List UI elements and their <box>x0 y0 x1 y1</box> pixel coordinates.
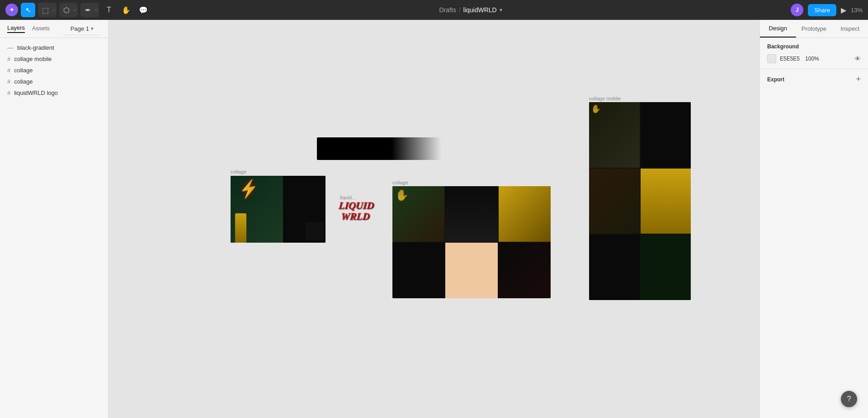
tab-assets[interactable]: Assets <box>32 25 50 33</box>
yellow-figure <box>235 213 246 243</box>
pen-tool-button[interactable]: ✒ <box>80 3 95 17</box>
red-hand-mobile: ✋ <box>591 104 601 114</box>
tab-design[interactable]: Design <box>760 20 796 38</box>
toolbar-left: ✦ ↖ ⬚ ▾ ⬡ ▾ ✒ ▾ T ✋ 💬 <box>5 3 151 17</box>
layer-item-liquidwrld-logo[interactable]: # liquidWRLD logo <box>0 87 108 99</box>
export-section: Export + <box>760 69 868 89</box>
bg-color-swatch[interactable] <box>767 54 776 63</box>
layer-item-collage-1[interactable]: # collage <box>0 65 108 76</box>
collage-grid: ✋ <box>392 186 551 298</box>
tab-prototype[interactable]: Prototype <box>796 20 832 38</box>
frame-tool-group: ⬚ ▾ <box>38 3 57 17</box>
label-collage-small: collage <box>231 169 246 174</box>
toolbar: ✦ ↖ ⬚ ▾ ⬡ ▾ ✒ ▾ T ✋ 💬 Drafts / liquidWRL… <box>0 0 868 20</box>
layer-icon-line: — <box>7 44 14 51</box>
avatar: J <box>791 4 803 16</box>
red-lightning-icon: ⚡ <box>237 178 261 200</box>
collage-cell-5 <box>445 243 497 298</box>
logo-display-text: LIQUIDWRLD <box>337 200 374 222</box>
app-logo-text: ✦ <box>9 7 14 13</box>
layer-item-collage-mobile[interactable]: # collage mobile <box>0 53 108 65</box>
right-panel-tabs: Design Prototype Inspect <box>760 20 868 38</box>
layer-name-collage-1: collage <box>14 67 101 74</box>
mobile-cell-3 <box>589 169 640 234</box>
toolbar-center: Drafts / liquidWRLD ▾ <box>154 6 787 14</box>
mobile-cell-4 <box>641 169 691 234</box>
pen-tool-group: ✒ ▾ <box>80 3 99 17</box>
page-chevron-icon: ▾ <box>91 26 94 32</box>
right-panel: Design Prototype Inspect Background E5E5… <box>760 20 868 418</box>
mobile-cell-2 <box>641 102 691 168</box>
avatar-initials: J <box>796 7 799 13</box>
bg-opacity-value[interactable]: 100% <box>805 56 819 62</box>
frame-tool-button[interactable]: ⬚ <box>38 3 52 17</box>
zoom-level[interactable]: 13% <box>851 7 863 14</box>
bg-hex-value[interactable]: E5E5E5 <box>780 56 800 62</box>
mobile-grid: ✋ <box>589 102 691 300</box>
export-section-title: Export <box>767 76 784 83</box>
tab-inspect[interactable]: Inspect <box>832 20 868 38</box>
share-button[interactable]: Share <box>808 4 836 16</box>
app-logo[interactable]: ✦ <box>5 4 18 16</box>
move-tool-button[interactable]: ↖ <box>21 3 35 17</box>
layer-name-liquidwrld-logo: liquidWRLD logo <box>14 89 101 96</box>
background-section: Background E5E5E5 100% 👁 <box>760 38 868 69</box>
background-row: E5E5E5 100% 👁 <box>767 54 861 63</box>
layer-list: — black-gradient # collage mobile # coll… <box>0 38 108 418</box>
help-button[interactable]: ? <box>841 391 857 407</box>
collage-cell-3 <box>499 186 551 242</box>
layer-item-black-gradient[interactable]: — black-gradient <box>0 42 108 53</box>
collage-cell-2 <box>445 186 497 242</box>
element-black-gradient[interactable] <box>317 137 441 160</box>
layer-icon-hash-3: # <box>7 78 10 85</box>
collage-cell-6 <box>499 243 551 298</box>
text-tool-button[interactable]: T <box>102 3 116 17</box>
collage-cell-4 <box>392 243 444 298</box>
layer-name-collage-2: collage <box>14 78 101 85</box>
panel-tabs: Layers Assets Page 1 ▾ <box>0 20 108 38</box>
breadcrumb-chevron-icon[interactable]: ▾ <box>500 7 502 13</box>
layer-item-collage-2[interactable]: # collage <box>0 76 108 87</box>
layer-icon-hash-4: # <box>7 89 10 96</box>
element-liquidwrld-logo[interactable]: LIQUIDWRLD <box>340 193 372 229</box>
left-panel: Layers Assets Page 1 ▾ — black-gradient … <box>0 20 108 418</box>
comment-tool-button[interactable]: 💬 <box>136 3 151 17</box>
canvas-area[interactable]: collage ⚡ liquid... LIQUIDWRLD <box>108 20 760 418</box>
mobile-cell-6 <box>641 235 691 300</box>
pen-chevron-icon: ▾ <box>95 8 99 13</box>
tab-layers[interactable]: Layers <box>7 24 25 33</box>
shape-tool-group: ⬡ ▾ <box>59 3 78 17</box>
layer-icon-hash-1: # <box>7 56 10 62</box>
layer-name-collage-mobile: collage mobile <box>14 56 101 62</box>
shape-chevron-icon: ▾ <box>74 8 78 13</box>
export-add-button[interactable]: + <box>856 75 861 84</box>
collage-cell-1: ✋ <box>392 186 444 242</box>
dark-box <box>305 222 323 240</box>
mobile-cell-1: ✋ <box>589 102 640 168</box>
visibility-toggle-icon[interactable]: 👁 <box>854 55 861 62</box>
layer-name-black-gradient: black-gradient <box>17 44 101 51</box>
page-selector-label: Page 1 <box>71 25 89 32</box>
label-collage-medium: collage <box>392 180 408 185</box>
main-area: Layers Assets Page 1 ▾ — black-gradient … <box>0 20 868 418</box>
play-button[interactable]: ▶ <box>841 6 846 14</box>
toolbar-right: J Share ▶ 13% <box>791 4 863 16</box>
breadcrumb-drafts[interactable]: Drafts <box>439 6 456 14</box>
frame-chevron-icon: ▾ <box>52 8 57 13</box>
element-collage-small[interactable]: ⚡ <box>231 176 326 243</box>
element-collage-mobile[interactable]: ✋ <box>589 102 691 300</box>
mobile-cell-5 <box>589 235 640 300</box>
background-section-title: Background <box>767 43 861 50</box>
breadcrumb: Drafts / liquidWRLD ▾ <box>439 6 502 14</box>
help-icon: ? <box>847 395 851 403</box>
layer-icon-hash-2: # <box>7 67 10 74</box>
page-selector-area: Page 1 ▾ <box>57 23 101 35</box>
shape-tool-button[interactable]: ⬡ <box>59 3 74 17</box>
label-collage-mobile: collage mobile <box>589 96 621 101</box>
page-selector[interactable]: Page 1 ▾ <box>63 23 101 35</box>
breadcrumb-current[interactable]: liquidWRLD <box>463 6 497 14</box>
breadcrumb-separator: / <box>459 6 461 14</box>
element-collage-medium[interactable]: ✋ <box>392 186 551 298</box>
red-hand-icon-1: ✋ <box>395 189 409 202</box>
hand-tool-button[interactable]: ✋ <box>119 3 133 17</box>
